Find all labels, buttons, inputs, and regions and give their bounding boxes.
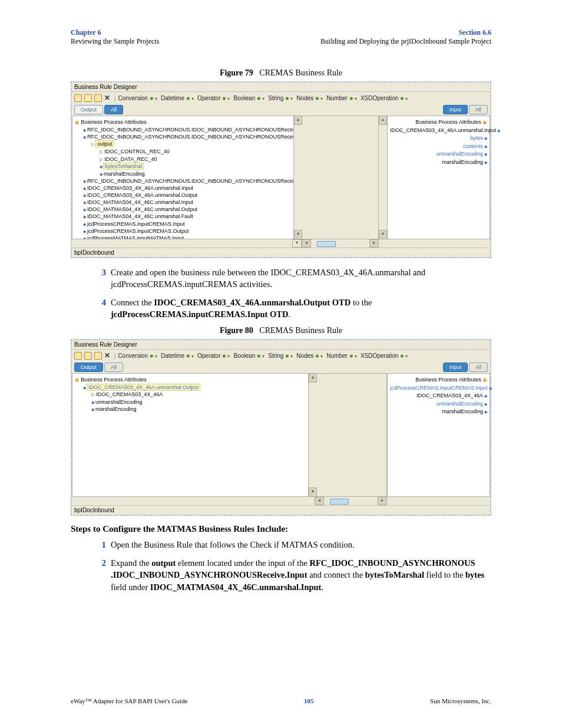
toolbar-menu[interactable]: Operator	[197, 95, 222, 101]
tree-node[interactable]: output	[75, 140, 291, 148]
tree-node[interactable]: jcdProcessCREMAS.inputCREMAS.Output	[75, 228, 291, 235]
tree-node-right[interactable]: IDOC_CREMAS03_4X_46A.unmarshal.Input	[390, 127, 487, 135]
hscroll-icon[interactable]: ◂▸	[315, 497, 387, 505]
chapter-subtitle: Reviewing the Sample Projects	[71, 37, 159, 46]
step-text: Expand the output element located under …	[111, 557, 491, 593]
figure-79-screenshot: Business Rule Designer ✕ | Conversion ✱ …	[71, 81, 491, 258]
page-header: Chapter 6 Reviewing the Sample Projects …	[71, 28, 491, 46]
input-button[interactable]: Input	[443, 363, 468, 372]
tree-node-right[interactable]: Business Process Attributes	[390, 376, 487, 384]
toolbar-menu[interactable]: Operator	[197, 353, 222, 359]
all-button[interactable]: All	[469, 363, 488, 372]
step-number: 4	[94, 297, 106, 321]
all-button[interactable]: All	[469, 105, 488, 114]
tree-node[interactable]: Business Process Attributes	[75, 118, 291, 126]
toolbar-icon[interactable]	[74, 94, 82, 102]
toolbar-menu[interactable]: Nodes	[296, 95, 315, 101]
tree-node[interactable]: IDOC_CREMAS03_4X_46A.unmarshal.Output	[75, 384, 306, 391]
right-tree[interactable]: Business Process AttributesjcdProcessCRE…	[387, 373, 490, 497]
left-tree[interactable]: Business Process AttributesIDOC_CREMAS03…	[72, 373, 309, 497]
right-tree[interactable]: Business Process AttributesIDOC_CREMAS03…	[387, 116, 490, 239]
tree-node[interactable]: IDOC_MATMAS04_4X_46C.unmarshal.Input	[75, 199, 291, 206]
toolbar-menu[interactable]: Datetime	[161, 95, 186, 101]
left-tree[interactable]: Business Process AttributesRFC_IDOC_INBO…	[72, 116, 294, 239]
figure-80-text: CREMAS Business Rule	[259, 326, 342, 335]
step-4: 4 Connect the IDOC_CREMAS03_4X_46A.unmar…	[94, 297, 491, 321]
tree-node[interactable]: jcdProcessMATMAS.inputMATMAS.Input	[75, 235, 291, 239]
tree-node[interactable]: IDOC_CREMAS03_4X_46A.unmarshal.Input	[75, 185, 291, 192]
toolbar-icon[interactable]	[74, 352, 82, 360]
tree-node-right[interactable]: marshalEncoding	[390, 408, 487, 416]
step-number: 2	[94, 557, 106, 593]
tree-node[interactable]: RFC_IDOC_INBOUND_ASYNCHRONOUS.IDOC_INBOU…	[75, 133, 291, 140]
input-button[interactable]: Input	[443, 105, 468, 114]
tree-node-right[interactable]: contents	[390, 143, 487, 151]
figure-79-label: Figure 79	[220, 68, 253, 77]
vscroll-icon[interactable]: ▴▾	[379, 116, 387, 239]
figure-79-text: CREMAS Business Rule	[259, 68, 342, 77]
toolbar-menu[interactable]: Conversion	[118, 353, 149, 359]
tree-node-right[interactable]: marshalEncoding	[390, 159, 487, 167]
output-button[interactable]: Output	[74, 363, 103, 372]
toolbar-menu[interactable]: Conversion	[118, 95, 149, 101]
toolbar-icon[interactable]	[94, 352, 102, 360]
toolbar-menu[interactable]: XSDOperation	[361, 353, 400, 359]
section-subtitle: Building and Deploying the prjIDocInboun…	[320, 37, 491, 46]
tree-node-right[interactable]: unmarshalEncoding	[390, 150, 487, 159]
delete-icon[interactable]: ✕	[104, 351, 110, 360]
tree-node[interactable]: IDOC_DATA_REC_40	[75, 156, 291, 163]
toolbar-menu[interactable]: Datetime	[161, 353, 186, 359]
tree-node-right[interactable]: jcdProcessCREMAS.inputCREMAS.Input	[390, 384, 487, 393]
toolbar-icon[interactable]	[94, 94, 102, 102]
tree-node[interactable]: bytesToMarshal	[75, 163, 291, 170]
tree-node[interactable]: unmarshalEncoding	[75, 398, 306, 406]
hscroll-icon[interactable]: ◂▸	[302, 239, 379, 248]
tree-node[interactable]: IDOC_CREMAS03_4X_46A.unmarshal.Output	[75, 192, 291, 199]
tree-node[interactable]: marshalEncoding	[75, 406, 306, 413]
matmas-heading: Steps to Configure the MATMAS Business R…	[71, 524, 491, 534]
vscroll-icon[interactable]: ▴▾	[309, 373, 317, 497]
toolbar-menu[interactable]: Nodes	[296, 353, 315, 359]
tree-node-right[interactable]: Business Process Attributes	[390, 118, 487, 127]
toolbar-menu[interactable]: Boolean	[234, 353, 257, 359]
footer-pagenum: 105	[304, 697, 314, 704]
figure-80-caption: Figure 80 CREMAS Business Rule	[71, 326, 491, 335]
designer-toolbar: ✕ | Conversion ✱ ▾Datetime ✱ ▾Operator ✱…	[72, 92, 490, 104]
vscroll-icon[interactable]: ▴▾	[294, 116, 302, 239]
figure-80-screenshot: Business Rule Designer ✕ | Conversion ✱ …	[71, 339, 491, 516]
tree-node[interactable]: IDOC_CREMAS03_4X_46A	[75, 391, 306, 398]
tree-node-right[interactable]: IDOC_CREMAS03_4X_46A	[390, 392, 487, 400]
tree-node[interactable]: IDOC_CONTROL_REC_40	[75, 148, 291, 156]
figure-80-label: Figure 80	[220, 326, 253, 335]
all-button[interactable]: All	[104, 105, 123, 114]
tree-node[interactable]: IDOC_MATMAS04_4X_46C.unmarshal.Output	[75, 206, 291, 213]
tree-node[interactable]: Business Process Attributes	[75, 376, 306, 384]
tree-node[interactable]: marshalEncoding	[75, 170, 291, 177]
footer-right: Sun Microsystems, Inc.	[430, 697, 491, 704]
toolbar-menu[interactable]: String	[268, 353, 285, 359]
toolbar-menu[interactable]: XSDOperation	[361, 95, 400, 101]
dropdown-icon[interactable]: ▾	[292, 239, 302, 248]
toolbar-icon[interactable]	[84, 352, 92, 360]
page-footer: eWay™ Adapter for SAP BAPI User's Guide …	[71, 697, 491, 704]
matmas-step-1: 1 Open the Business Rule that follows th…	[94, 539, 491, 551]
toolbar-menu[interactable]: String	[268, 95, 285, 101]
output-button[interactable]: Output	[74, 105, 103, 114]
delete-icon[interactable]: ✕	[104, 94, 110, 102]
all-button[interactable]: All	[104, 363, 123, 372]
chapter-label: Chapter 6	[71, 28, 159, 37]
step-3: 3 Create and open the business rule betw…	[94, 266, 491, 291]
toolbar-menu[interactable]: Number	[326, 95, 349, 101]
toolbar-menu[interactable]: Boolean	[234, 95, 257, 101]
designer-toolbar: ✕ | Conversion ✱ ▾Datetime ✱ ▾Operator ✱…	[72, 350, 490, 361]
tree-node[interactable]: IDOC_MATMAS04_4X_46C.unmarshal.Fault	[75, 213, 291, 220]
step-text: Create and open the business rule betwee…	[111, 266, 491, 291]
toolbar-menu[interactable]: Number	[326, 353, 349, 359]
toolbar-icon[interactable]	[84, 94, 92, 102]
step-text: Open the Business Rule that follows the …	[111, 539, 491, 551]
tree-node[interactable]: RFC_IDOC_INBOUND_ASYNCHRONOUS.IDOC_INBOU…	[75, 177, 291, 185]
tree-node-right[interactable]: bytes	[390, 134, 487, 143]
tree-node[interactable]: RFC_IDOC_INBOUND_ASYNCHRONOUS.IDOC_INBOU…	[75, 126, 291, 133]
tree-node-right[interactable]: unmarshalEncoding	[390, 400, 487, 409]
tree-node[interactable]: jcdProcessCREMAS.inputCREMAS.Input	[75, 220, 291, 228]
